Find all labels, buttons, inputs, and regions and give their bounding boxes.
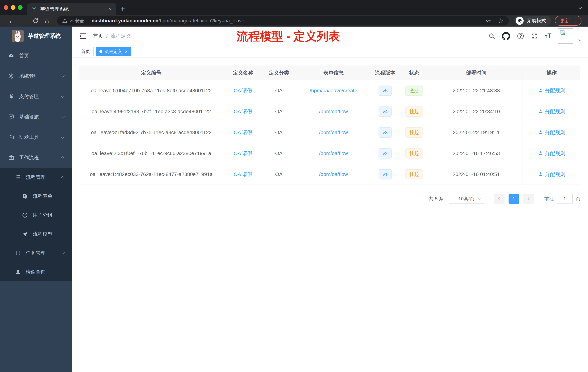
reload-button[interactable] — [32, 17, 39, 24]
app-root: 芋道管理系统 首页 系统管理 ¥ — [0, 27, 588, 372]
page-size-select[interactable]: 10条/页 — [449, 194, 484, 204]
browser-update-button[interactable]: 更新 ⋮ — [555, 16, 581, 26]
sidebar-item-label: 用户分组 — [33, 212, 52, 219]
current-page-button[interactable]: 1 — [509, 194, 519, 204]
tag[interactable]: 首页 — [78, 47, 94, 56]
forward-button[interactable]: → — [20, 17, 28, 24]
assign-user-icon — [538, 130, 543, 135]
chevron-icon — [61, 135, 64, 139]
definition-name-link[interactable]: OA 请假 — [234, 109, 252, 114]
sidebar-item-label: 基础设施 — [19, 114, 39, 120]
form-info-link[interactable]: /bpm/oa/flow — [319, 171, 348, 177]
avatar-dropdown-caret-icon[interactable] — [578, 38, 581, 41]
col-status: 状态 — [398, 66, 430, 80]
cell-deploy-time: 2022-01-16 01:40:51 — [430, 164, 523, 185]
sidebar-item-icon — [8, 114, 14, 120]
close-window-button[interactable] — [4, 5, 8, 10]
sidebar-item[interactable]: 用户分组 — [0, 206, 72, 225]
goto-label: 前往 — [544, 196, 554, 202]
form-info-link[interactable]: /bpm/oa/flow — [319, 130, 348, 135]
sidebar-item[interactable]: 流程表单 — [0, 187, 72, 206]
url-text: dashboard.yudao.iocoder.cn/bpm/manager/d… — [92, 18, 244, 24]
security-warning-icon — [62, 18, 68, 23]
version-badge: v2 — [378, 148, 391, 159]
form-info-link[interactable]: /bpm/oa/leave/create — [310, 88, 357, 93]
tab-search-chevron-icon[interactable] — [578, 6, 582, 9]
table-row: oa_leave:3:1fad3d93-7b75-11ec-a3c8-acde4… — [79, 122, 580, 143]
incognito-badge: 无痕模式 — [514, 16, 551, 26]
cell-category: OA — [262, 122, 295, 143]
definition-name-link[interactable]: OA 请假 — [234, 151, 252, 156]
bookmark-star-icon[interactable]: ☆ — [498, 17, 504, 24]
address-bar[interactable]: 不安全 dashboard.yudao.iocoder.cn/bpm/manag… — [57, 16, 509, 25]
sidebar-item[interactable]: 任务管理 — [0, 243, 72, 263]
main-column: 首页/流程定义 流程模型 - 定义列表 TT 首页 — [72, 27, 588, 372]
assign-user-icon — [538, 151, 543, 156]
minimize-window-button[interactable] — [11, 5, 15, 10]
assign-rule-link[interactable]: 分配规则 — [545, 109, 565, 114]
cell-deploy-time: 2022-01-22 20:34:10 — [430, 101, 523, 122]
form-info-link[interactable]: /bpm/oa/flow — [319, 109, 348, 114]
tag-close-icon[interactable]: × — [125, 49, 128, 54]
font-size-icon[interactable]: TT — [545, 33, 551, 39]
home-button[interactable]: ⌂ — [43, 17, 51, 24]
back-button[interactable]: ← — [8, 17, 16, 24]
definition-name-link[interactable]: OA 请假 — [234, 130, 252, 135]
prev-page-button[interactable] — [494, 194, 504, 204]
definition-name-link[interactable]: OA 请假 — [234, 88, 252, 93]
chevron-icon — [61, 156, 64, 160]
security-label[interactable]: 不安全 — [70, 18, 84, 24]
browser-menu-dots-icon[interactable]: ⋮ — [572, 18, 578, 23]
tag[interactable]: 流程定义 × — [96, 47, 131, 56]
assign-rule-link[interactable]: 分配规则 — [545, 171, 565, 177]
sidebar-item[interactable]: 基础设施 — [0, 107, 72, 127]
github-icon[interactable] — [502, 32, 510, 40]
sidebar-item[interactable]: 流程模型 — [0, 225, 72, 243]
breadcrumb-current: 流程定义 — [111, 33, 131, 39]
cell-definition-id: oa_leave:5:004b710b-7b8a-11ec-8ef0-acde4… — [79, 80, 223, 101]
new-tab-button[interactable]: + — [120, 5, 125, 13]
sidebar-item[interactable]: 研发工具 — [0, 127, 72, 147]
sidebar-item-icon — [15, 269, 21, 275]
sidebar-item-label: 首页 — [19, 52, 29, 59]
cell-definition-id: oa_leave:4:991f2193-7b7f-11ec-a3c8-acde4… — [79, 101, 223, 122]
user-avatar-broken-image[interactable] — [558, 28, 573, 44]
breadcrumb: 首页/流程定义 — [93, 33, 131, 40]
sidebar-item-icon — [8, 154, 14, 161]
tab-close-icon[interactable]: × — [109, 6, 112, 12]
sidebar-item[interactable]: ¥ 支付管理 — [0, 86, 72, 107]
next-page-button[interactable] — [523, 194, 534, 204]
password-key-icon[interactable] — [485, 18, 492, 24]
sidebar-logo[interactable]: 芋道管理系统 — [0, 27, 72, 45]
definition-name-link[interactable]: OA 请假 — [234, 171, 252, 177]
version-badge: v4 — [378, 107, 391, 117]
sidebar-item[interactable]: 首页 — [0, 45, 72, 66]
help-question-icon[interactable] — [517, 32, 524, 40]
maximize-window-button[interactable] — [18, 5, 22, 10]
pagination: 共 5 条 10条/页 1 前往 页 — [79, 194, 580, 204]
cell-category: OA — [262, 143, 295, 164]
sidebar-collapse-hamburger-icon[interactable] — [79, 32, 87, 40]
sidebar-item[interactable]: 请假查询 — [0, 263, 72, 281]
sidebar-item-label: 任务管理 — [26, 250, 45, 256]
sidebar-item-icon: ¥ — [8, 93, 14, 99]
form-info-link[interactable]: /bpm/oa/flow — [319, 151, 348, 156]
red-annotation-title: 流程模型 - 定义列表 — [237, 28, 340, 44]
incognito-icon — [516, 17, 524, 25]
assign-rule-link[interactable]: 分配规则 — [545, 151, 565, 156]
sidebar-item[interactable]: 工作流程 — [0, 147, 72, 168]
search-icon[interactable] — [488, 33, 495, 40]
breadcrumb-home-link[interactable]: 首页 — [93, 33, 103, 39]
sidebar-item[interactable]: 系统管理 — [0, 66, 72, 86]
status-badge: 挂起 — [405, 148, 423, 159]
sidebar-item[interactable]: 流程管理 — [0, 168, 72, 187]
goto-page-input[interactable] — [557, 194, 573, 204]
screenshot-root: 芋道管理系统 × + ← → ⌂ 不安全 dashboard.yudao.ioc… — [0, 0, 588, 372]
assign-rule-link[interactable]: 分配规则 — [545, 130, 565, 135]
fullscreen-icon[interactable] — [531, 33, 538, 40]
assign-user-icon — [538, 172, 543, 177]
browser-tab[interactable]: 芋道管理系统 × — [27, 3, 116, 15]
assign-rule-link[interactable]: 分配规则 — [545, 88, 565, 93]
page-content: 定义编号 定义名称 定义分类 表单信息 流程版本 状态 部署时间 操作 — [72, 58, 588, 372]
pagination-total: 共 5 条 — [429, 196, 444, 202]
